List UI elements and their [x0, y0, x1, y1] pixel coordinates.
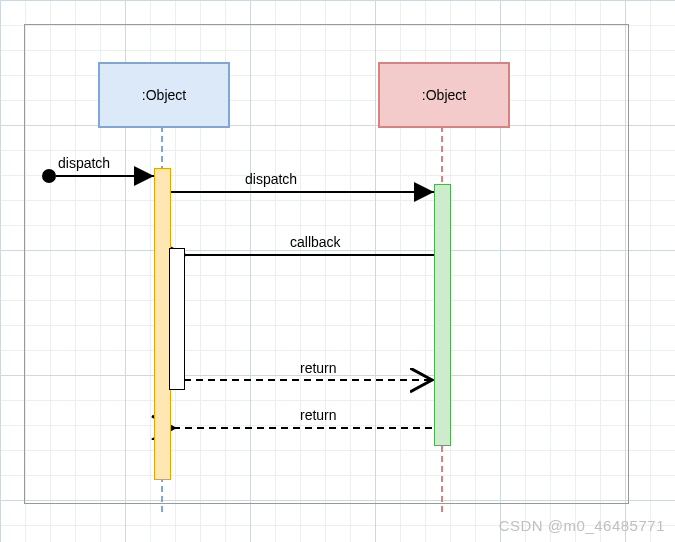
label-inner-return: return — [300, 360, 337, 376]
activation-left-nested[interactable] — [169, 248, 185, 390]
label-dispatch: dispatch — [245, 171, 297, 187]
found-message-origin — [42, 169, 56, 183]
watermark: CSDN @m0_46485771 — [499, 517, 665, 534]
label-start-dispatch: dispatch — [58, 155, 110, 171]
label-outer-return: return — [300, 407, 337, 423]
arrow-layer — [0, 0, 675, 542]
diagram-canvas[interactable]: :Object :Object — [0, 0, 675, 542]
label-callback: callback — [290, 234, 341, 250]
activation-right[interactable] — [434, 184, 451, 446]
